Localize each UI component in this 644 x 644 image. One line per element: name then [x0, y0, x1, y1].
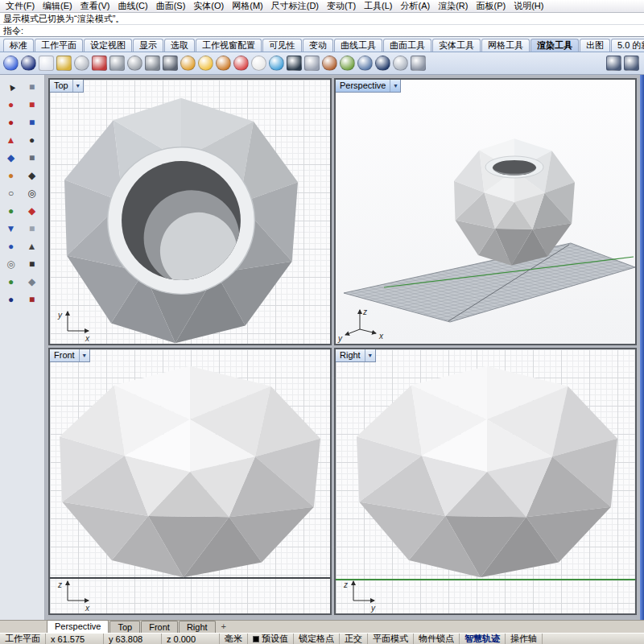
target-icon[interactable]: ◎	[2, 256, 20, 272]
red-tool-icon[interactable]	[92, 56, 107, 71]
right-viewport-canvas[interactable]: z y	[336, 349, 635, 613]
blue-diamond-icon[interactable]: ◆	[2, 150, 20, 166]
cube-icon[interactable]	[109, 56, 125, 71]
gray-diamond-icon[interactable]: ◆	[23, 274, 41, 290]
monitor-2-icon[interactable]	[624, 56, 639, 71]
ribbon-tab[interactable]: 网格工具	[481, 39, 530, 52]
ribbon-tab[interactable]: 设定视图	[84, 39, 132, 52]
pencil-icon[interactable]	[56, 56, 72, 71]
red-diamond-icon[interactable]: ◆	[23, 203, 41, 219]
dark-triangle-icon[interactable]: ▲	[23, 238, 41, 254]
add-viewport-tab-button[interactable]: +	[217, 621, 231, 633]
status-toggle-物件锁点[interactable]: 物件锁点	[414, 634, 460, 644]
ribbon-tab[interactable]: 实体工具	[432, 39, 481, 52]
blue-box-icon[interactable]: ■	[23, 114, 41, 130]
menu-item-4[interactable]: 曲线(C)	[114, 0, 151, 12]
layer-field[interactable]: 预设值	[248, 634, 294, 644]
menu-item-10[interactable]: 工具(L)	[360, 0, 396, 12]
menu-item-8[interactable]: 尺寸标注(D)	[267, 0, 323, 12]
texture-wood-icon[interactable]	[322, 56, 337, 71]
navy-dot-icon[interactable]: ●	[2, 291, 20, 308]
camera-icon[interactable]	[287, 56, 302, 71]
menu-item-9[interactable]: 变动(T)	[323, 0, 360, 12]
dark-box-icon[interactable]: ■	[23, 256, 41, 272]
menu-item-11[interactable]: 分析(A)	[397, 0, 435, 12]
front-viewport-canvas[interactable]: z x	[50, 349, 330, 613]
perspective-viewport-canvas[interactable]: z y x	[336, 80, 635, 344]
viewport-label-top[interactable]: Top ▼	[50, 80, 84, 93]
torus-icon[interactable]	[74, 56, 89, 71]
material-red-icon[interactable]	[233, 56, 249, 71]
right-panel-splitter[interactable]	[640, 75, 644, 620]
menu-item-14[interactable]: 说明(H)	[510, 0, 547, 12]
red-box-2-icon[interactable]: ■	[23, 291, 41, 308]
blue-triangle-icon[interactable]: ▼	[2, 221, 20, 237]
viewport-label-perspective[interactable]: Perspective ▼	[336, 80, 401, 93]
menu-item-5[interactable]: 曲面(S)	[152, 0, 190, 12]
checker-texture-icon[interactable]	[393, 56, 408, 71]
orange-dot-icon[interactable]: ●	[2, 167, 20, 184]
viewport-tab-top[interactable]: Top	[109, 621, 140, 633]
zoom-extents-icon[interactable]: ◎	[23, 185, 41, 201]
ribbon-tab[interactable]: 曲线工具	[334, 39, 382, 52]
material-blue-icon[interactable]	[269, 56, 284, 71]
light-box-icon[interactable]: ■	[23, 221, 41, 237]
dark-diamond-icon[interactable]: ◆	[23, 167, 41, 184]
top-viewport-canvas[interactable]: y x	[50, 80, 330, 344]
material-white-icon[interactable]	[251, 56, 266, 71]
menu-item-13[interactable]: 面板(P)	[472, 0, 510, 12]
ribbon-tab[interactable]: 工作视窗配置	[196, 39, 262, 52]
menu-item-3[interactable]: 查看(V)	[76, 0, 114, 12]
menu-item-7[interactable]: 网格(M)	[228, 0, 267, 12]
menu-item-6[interactable]: 实体(O)	[189, 0, 228, 12]
sphere-gray-icon[interactable]	[127, 56, 142, 71]
viewport-tab-perspective[interactable]: Perspective	[47, 620, 109, 633]
chevron-down-icon[interactable]: ▼	[365, 349, 375, 361]
material-orange-icon[interactable]	[216, 56, 231, 71]
menu-item-1[interactable]: 文件(F)	[2, 0, 39, 12]
green-dot-icon[interactable]: ●	[2, 274, 20, 290]
cylinder-icon[interactable]	[145, 56, 160, 71]
status-toggle-锁定格点[interactable]: 锁定格点	[294, 634, 340, 644]
monitor-icon[interactable]	[606, 56, 621, 71]
command-prompt[interactable]: 指令:	[0, 25, 644, 37]
viewport-label-front[interactable]: Front ▼	[50, 349, 90, 362]
pointer-icon[interactable]: ▲	[0, 75, 23, 98]
status-toggle-操作轴[interactable]: 操作轴	[506, 634, 543, 644]
ribbon-tab[interactable]: 出图	[580, 39, 610, 52]
status-toggle-正交[interactable]: 正交	[340, 634, 368, 644]
menu-item-12[interactable]: 渲染(R)	[434, 0, 472, 12]
viewport-tab-right[interactable]: Right	[179, 621, 216, 633]
texture-green-icon[interactable]	[340, 56, 355, 71]
ribbon-tab[interactable]: 选取	[164, 39, 195, 52]
ribbon-tab[interactable]: 显示	[133, 39, 163, 52]
sphere-blue-icon[interactable]	[3, 56, 19, 71]
car-red-icon[interactable]: ●	[2, 114, 20, 130]
chevron-down-icon[interactable]: ▼	[72, 80, 83, 92]
film-icon[interactable]	[304, 56, 320, 71]
selection-filter-icon[interactable]: ■	[23, 79, 41, 95]
ribbon-tab[interactable]: 5.0 的新功能	[611, 39, 644, 52]
gray-box-icon[interactable]: ■	[23, 150, 41, 166]
document-icon[interactable]	[39, 56, 54, 71]
status-toggle-智慧轨迹[interactable]: 智慧轨迹	[460, 634, 506, 644]
dark-dot-icon[interactable]: ●	[23, 132, 41, 148]
spotlight-icon[interactable]	[198, 56, 213, 71]
ribbon-tab[interactable]: 曲面工具	[383, 39, 431, 52]
environment-icon[interactable]	[357, 56, 373, 71]
red-box-icon[interactable]: ■	[23, 97, 41, 113]
cone-icon[interactable]	[163, 56, 178, 71]
viewport-right[interactable]: z y Right ▼	[334, 348, 637, 615]
sphere-navy-icon[interactable]	[21, 56, 36, 71]
ribbon-tab[interactable]: 渲染工具	[530, 39, 579, 52]
viewport-perspective[interactable]: z y x Perspective ▼	[334, 78, 637, 345]
status-toggle-平面模式[interactable]: 平面模式	[368, 634, 414, 644]
red-triangle-icon[interactable]: ▲	[2, 132, 20, 148]
ribbon-tab[interactable]: 变动	[303, 39, 333, 52]
ribbon-tab[interactable]: 标准	[3, 39, 34, 52]
viewport-tab-front[interactable]: Front	[141, 621, 178, 633]
globe-icon[interactable]: ●	[2, 203, 20, 219]
chevron-down-icon[interactable]: ▼	[390, 80, 400, 92]
menu-item-2[interactable]: 编辑(E)	[39, 0, 76, 12]
viewport-top[interactable]: y x Top ▼	[48, 78, 332, 345]
